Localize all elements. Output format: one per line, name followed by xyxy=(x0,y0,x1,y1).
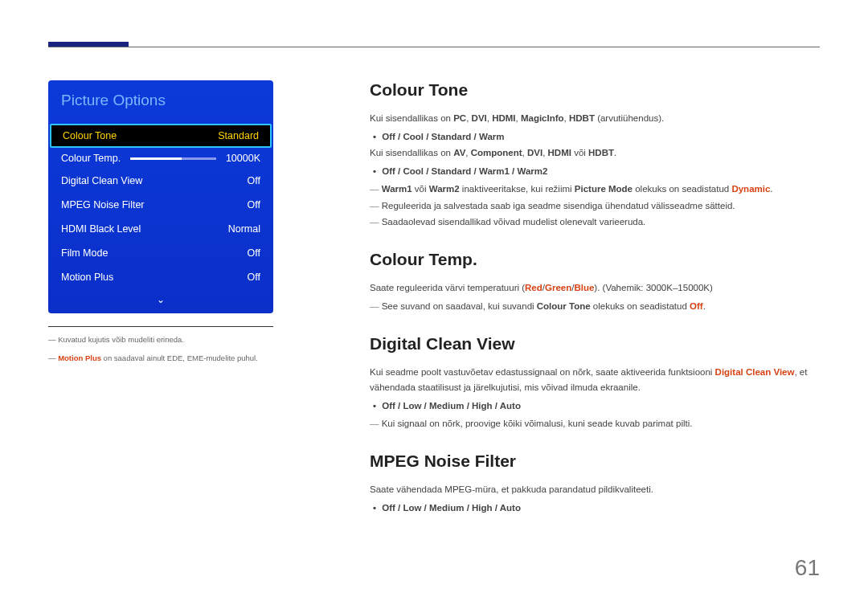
slider-track[interactable] xyxy=(130,157,216,160)
right-column: Colour Tone Kui sisendallikas on PC, DVI… xyxy=(338,80,820,517)
term: Red xyxy=(525,283,542,292)
term: DVI xyxy=(527,148,542,157)
bullet-options: Off / Cool / Standard / Warm1 / Warm2 xyxy=(384,163,820,180)
menu-label: Colour Tone xyxy=(63,130,117,141)
menu-value: Off xyxy=(248,175,260,186)
term: HDMI xyxy=(492,113,515,123)
menu-label: Motion Plus xyxy=(61,272,113,283)
slider-fill xyxy=(130,157,182,160)
text: ). (Vahemik: 3000K–15000K) xyxy=(594,283,712,292)
menu-row-motion-plus[interactable]: Motion Plus Off xyxy=(48,265,273,289)
text: olekuks on seadistatud xyxy=(633,184,731,194)
text: olekuks on seadistatud xyxy=(591,301,690,311)
term: Picture Mode xyxy=(575,184,633,194)
body-text: Kui sisendallikas on PC, DVI, HDMI, Magi… xyxy=(370,111,820,125)
menu-value: 10000K xyxy=(226,153,260,164)
text: Kui sisendallikas on xyxy=(370,113,453,123)
text: . xyxy=(770,184,772,194)
term: Colour Tone xyxy=(537,301,591,311)
menu-row-colour-temp[interactable]: Colour Temp. 10000K xyxy=(48,148,273,169)
page-number: 61 xyxy=(795,555,820,581)
text: Kui seadme poolt vastuvõetav edastussign… xyxy=(370,367,715,377)
section-title-colour-temp: Colour Temp. xyxy=(370,250,820,269)
term: DVI xyxy=(472,113,487,123)
text: . xyxy=(614,148,616,157)
dash-note: Saadaolevad sisendallikad võivad mudelis… xyxy=(370,215,820,229)
menu-label: Digital Clean View xyxy=(61,175,142,186)
dash-note: Reguleerida ja salvestada saab iga seadm… xyxy=(370,198,820,213)
chevron-down-icon[interactable]: ⌄ xyxy=(48,289,273,313)
menu-value: Normal xyxy=(228,223,260,235)
section-title-mpeg-noise-filter: MPEG Noise Filter xyxy=(370,452,820,471)
page-content: Picture Options Colour Tone Standard Col… xyxy=(0,0,868,517)
dash-note: Warm1 või Warm2 inaktiveeritakse, kui re… xyxy=(370,182,820,196)
term: PC xyxy=(453,113,466,123)
menu-value: Standard xyxy=(218,130,259,141)
body-text: Saate reguleerida värvi temperatuuri (Re… xyxy=(370,280,820,295)
body-text: Kui sisendallikas on AV, Component, DVI,… xyxy=(370,145,820,160)
footnote-term: Motion Plus xyxy=(58,353,101,362)
text: (arvutiühendus). xyxy=(595,113,664,123)
footnote-2: ― Motion Plus on saadaval ainult EDE, EM… xyxy=(48,352,273,364)
menu-row-colour-tone[interactable]: Colour Tone Standard xyxy=(50,124,272,148)
term: HDMI xyxy=(548,148,571,157)
section-title-colour-tone: Colour Tone xyxy=(370,80,820,100)
term: Digital Clean View xyxy=(715,367,795,377)
menu-label: MPEG Noise Filter xyxy=(61,199,145,210)
dash-note: See suvand on saadaval, kui suvandi Colo… xyxy=(370,299,820,313)
body-text: Saate vähendada MPEG-müra, et pakkuda pa… xyxy=(370,482,820,497)
bullet-options: Off / Cool / Standard / Warm xyxy=(384,129,820,145)
term: Warm1 xyxy=(382,184,412,194)
text: Saate reguleerida värvi temperatuuri ( xyxy=(370,283,525,292)
body-text: Kui seadme poolt vastuvõetav edastussign… xyxy=(370,365,820,394)
footnote-1: ― Kuvatud kujutis võib mudeliti erineda. xyxy=(48,333,273,345)
text: või xyxy=(412,184,429,194)
text: Kui sisendallikas on xyxy=(370,148,453,157)
left-column: Picture Options Colour Tone Standard Col… xyxy=(48,80,338,517)
menu-label: Film Mode xyxy=(61,247,108,259)
menu-value: Off xyxy=(248,247,260,259)
term: Component xyxy=(471,148,522,157)
top-rule xyxy=(48,47,820,47)
dash-note: Kui signaal on nõrk, proovige kõiki võim… xyxy=(370,416,820,431)
text: või xyxy=(571,148,588,157)
term: MagicInfo xyxy=(521,113,564,123)
section-title-digital-clean-view: Digital Clean View xyxy=(370,334,820,353)
term: HDBT xyxy=(569,113,595,123)
footnote-text: on saadaval ainult EDE, EME-mudelite puh… xyxy=(101,353,258,362)
menu-value: Off xyxy=(248,272,260,283)
term: Dynamic xyxy=(731,184,770,194)
bullet-options: Off / Low / Medium / High / Auto xyxy=(384,398,820,415)
menu-row-digital-clean-view[interactable]: Digital Clean View Off xyxy=(48,169,273,193)
term: Green xyxy=(545,283,571,292)
menu-row-hdmi-black-level[interactable]: HDMI Black Level Normal xyxy=(48,217,273,241)
term: Warm2 xyxy=(429,184,460,194)
picture-options-menu: Picture Options Colour Tone Standard Col… xyxy=(48,80,273,313)
bullet-options: Off / Low / Medium / High / Auto xyxy=(384,500,820,517)
term: Off xyxy=(690,301,703,311)
term: Blue xyxy=(574,283,594,292)
menu-label: Colour Temp. xyxy=(61,153,121,164)
footnote-divider xyxy=(48,326,273,327)
term: HDBT xyxy=(588,148,614,157)
menu-label: HDMI Black Level xyxy=(61,223,141,235)
text: inaktiveeritakse, kui režiimi xyxy=(460,184,575,194)
menu-row-mpeg-noise-filter[interactable]: MPEG Noise Filter Off xyxy=(48,193,273,217)
menu-value: Off xyxy=(248,199,260,210)
footnote-text: Kuvatud kujutis võib mudeliti erineda. xyxy=(58,335,184,344)
text: See suvand on saadaval, kui suvandi xyxy=(382,301,537,311)
menu-title: Picture Options xyxy=(48,80,273,124)
text: . xyxy=(703,301,706,311)
term: AV xyxy=(453,148,465,157)
menu-row-film-mode[interactable]: Film Mode Off xyxy=(48,241,273,265)
